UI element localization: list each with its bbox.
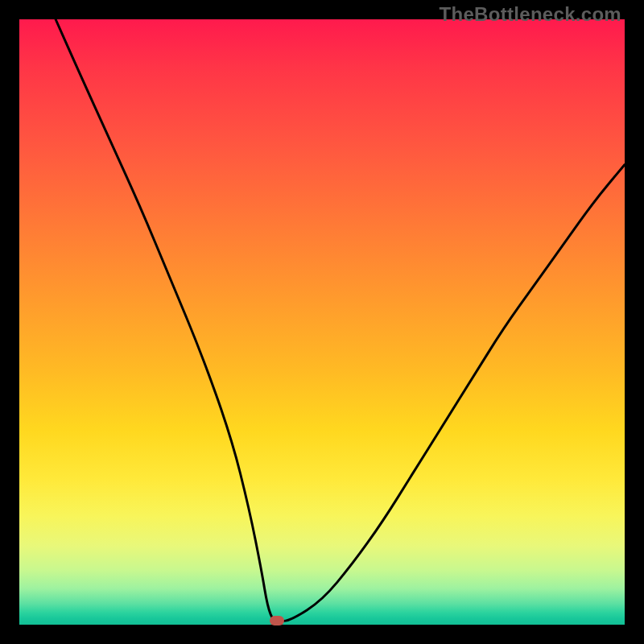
chart-plot-area — [19, 19, 625, 625]
optimum-marker — [270, 616, 284, 625]
watermark-text: TheBottleneck.com — [440, 3, 621, 26]
bottleneck-curve — [19, 19, 625, 625]
